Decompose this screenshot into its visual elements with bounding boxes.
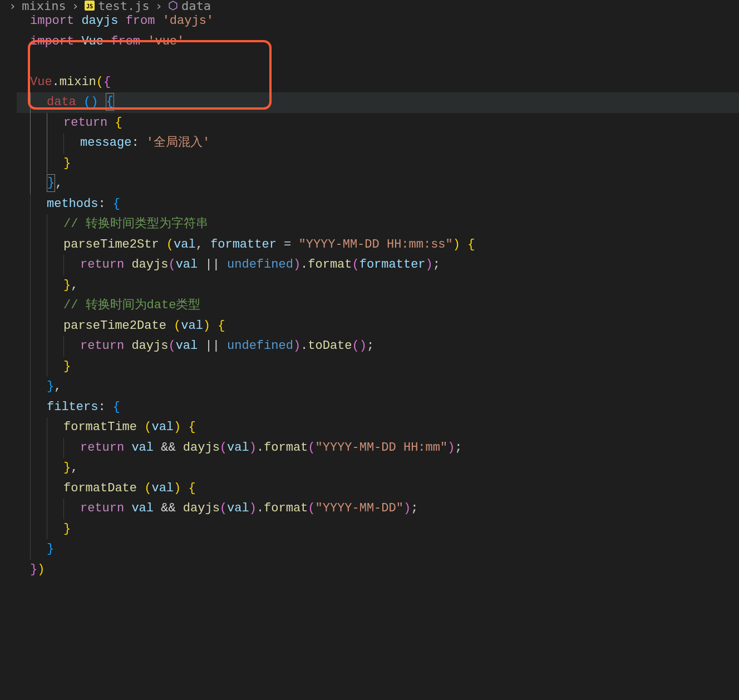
code-token: && [161, 441, 175, 455]
code-line[interactable] [17, 52, 739, 72]
code-token: val [227, 501, 249, 515]
code-token: . [257, 501, 264, 515]
code-token: Vue [30, 75, 52, 89]
code-line[interactable]: } [17, 357, 739, 377]
code-line[interactable]: } [17, 519, 739, 540]
code-token: dayjs [183, 501, 220, 515]
code-token [98, 95, 105, 109]
code-token [118, 14, 125, 28]
code-line[interactable]: return val && dayjs(val).format("YYYY-MM… [17, 438, 739, 459]
code-token: ; [411, 501, 418, 515]
code-token: // 转换时间为date类型 [63, 298, 200, 312]
line-number [0, 458, 12, 479]
line-number [0, 519, 12, 540]
line-number [0, 11, 12, 32]
code-line[interactable]: } [17, 154, 739, 174]
code-line[interactable]: data () { [17, 92, 739, 113]
code-line[interactable]: message: '全局混入' [17, 133, 739, 154]
code-token: ) [174, 420, 181, 434]
code-token: return [80, 258, 124, 272]
code-token: { [104, 75, 111, 89]
code-token: ( [168, 258, 175, 272]
code-token: ; [455, 441, 462, 455]
code-token: ; [367, 339, 374, 353]
code-token [154, 501, 161, 515]
code-token [137, 481, 144, 495]
code-area[interactable]: import dayjs from 'dayjs'import Vue from… [17, 11, 739, 580]
code-token: mixin [60, 75, 96, 89]
code-token: undefined [227, 339, 293, 353]
code-token: } [63, 156, 71, 170]
code-token: { [218, 319, 225, 333]
code-line[interactable]: }, [17, 458, 739, 479]
code-token [74, 14, 81, 28]
code-token: ) [453, 238, 460, 252]
code-token: import [30, 14, 74, 28]
code-line[interactable]: }) [17, 560, 739, 580]
code-token: val [181, 319, 203, 333]
code-token [155, 14, 162, 28]
code-token: { [188, 420, 195, 434]
code-token: { [467, 238, 475, 252]
code-line[interactable]: return val && dayjs(val).format("YYYY-MM… [17, 499, 739, 519]
code-token: ) [293, 258, 300, 272]
code-token: Vue [81, 34, 104, 48]
code-line[interactable]: Vue.mixin({ [17, 72, 739, 93]
code-line[interactable]: }, [17, 174, 739, 194]
code-token: ) [174, 481, 181, 495]
code-line[interactable]: parseTime2Date (val) { [17, 316, 739, 337]
code-token: format [264, 441, 308, 455]
code-line[interactable]: import dayjs from 'dayjs' [17, 11, 739, 32]
code-editor[interactable]: import dayjs from 'dayjs'import Vue from… [0, 11, 739, 580]
line-number [0, 417, 12, 438]
code-line[interactable]: formatDate (val) { [17, 479, 739, 499]
code-token: ( [308, 501, 315, 515]
code-token: ) [293, 339, 300, 353]
code-line[interactable]: methods: { [17, 194, 739, 215]
code-token [198, 339, 205, 353]
code-line[interactable]: // 转换时间类型为字符串 [17, 214, 739, 235]
code-token: ( [144, 481, 151, 495]
line-number [0, 235, 12, 255]
code-token: 'vue' [147, 34, 184, 48]
code-line[interactable]: return dayjs(val || undefined).toDate(); [17, 336, 739, 357]
code-line[interactable]: formatTime (val) { [17, 417, 739, 438]
code-token: from [126, 14, 155, 28]
line-number [0, 336, 12, 357]
code-token: val [131, 441, 154, 455]
line-number [0, 479, 12, 499]
code-token [220, 339, 227, 353]
breadcrumb[interactable]: › mixins › JS test.js › data [0, 0, 739, 11]
code-token [154, 441, 161, 455]
code-token: 'dayjs' [162, 14, 214, 28]
code-token: import [30, 34, 74, 48]
code-token: = [277, 238, 299, 252]
code-token: ( [308, 441, 315, 455]
code-token [159, 238, 166, 252]
code-line[interactable]: filters: { [17, 397, 739, 418]
code-token: dayjs [81, 14, 118, 28]
code-token: || [205, 339, 219, 353]
code-token: format [264, 501, 308, 515]
code-token: formatTime [63, 420, 137, 434]
code-line[interactable]: // 转换时间为date类型 [17, 295, 739, 316]
code-token: : [98, 197, 112, 211]
code-token: } [47, 542, 54, 556]
code-token: { [113, 400, 120, 414]
code-line[interactable]: return { [17, 113, 739, 134]
code-token: ( [174, 319, 181, 333]
code-line[interactable]: }, [17, 275, 739, 296]
code-line[interactable]: } [17, 539, 739, 560]
code-line[interactable]: }, [17, 377, 739, 397]
code-token: } [30, 563, 37, 576]
js-file-icon: JS [85, 1, 95, 11]
line-number [0, 539, 12, 560]
code-line[interactable]: parseTime2Str (val, formatter = "YYYY-MM… [17, 235, 739, 255]
line-number [0, 377, 12, 397]
code-line[interactable]: import Vue from 'vue' [17, 32, 739, 52]
code-line[interactable]: return dayjs(val || undefined).format(fo… [17, 255, 739, 275]
code-token: ( [220, 441, 227, 455]
code-token: undefined [227, 258, 293, 272]
code-token: ( [220, 501, 227, 515]
line-number [0, 72, 12, 93]
